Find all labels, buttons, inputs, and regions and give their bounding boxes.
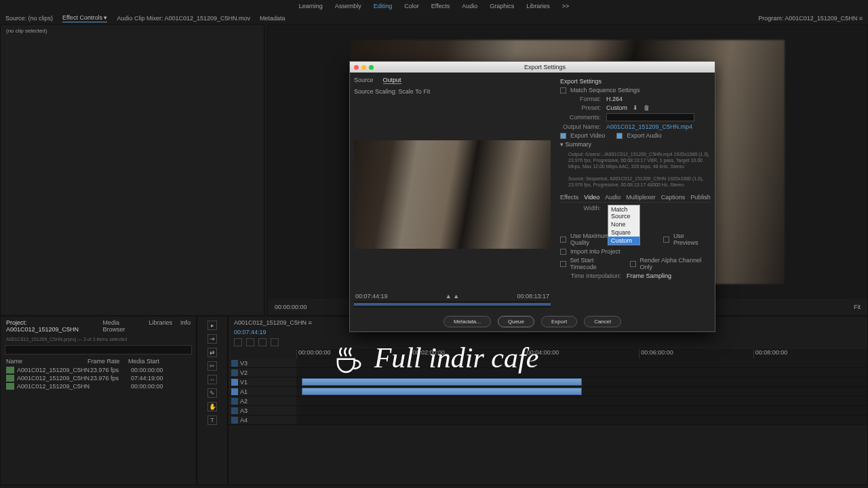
workspace-menu: Learning Assembly Editing Color Effects … — [0, 0, 868, 12]
ws-effects[interactable]: Effects — [431, 3, 450, 9]
media-browser-tab[interactable]: Media Browser — [102, 319, 140, 333]
max-quality-checkbox[interactable] — [560, 237, 566, 243]
track-v3[interactable]: V3 — [229, 359, 296, 368]
summary-source: Source: Sequence, A001C012_151209_C5HN 1… — [560, 174, 711, 190]
match-sequence-checkbox[interactable] — [560, 87, 566, 94]
track-a1[interactable]: A1 — [229, 387, 296, 396]
subtab-audio[interactable]: Audio — [605, 194, 620, 201]
subtab-mux[interactable]: Multiplexer — [626, 194, 656, 201]
col-mediastart[interactable]: Media Start — [128, 358, 169, 365]
track-a4[interactable]: A4 — [229, 415, 296, 425]
output-name-link[interactable]: A001C012_151209_C5HN.mp4 — [606, 123, 692, 130]
razor-tool[interactable]: ✂ — [208, 361, 217, 371]
ws-graphics[interactable]: Graphics — [490, 3, 514, 9]
ws-overflow[interactable]: >> — [562, 3, 570, 9]
project-tab[interactable]: Project: A001C012_151209_C5HN — [6, 319, 94, 333]
ws-assembly[interactable]: Assembly — [335, 3, 361, 9]
tab-metadata[interactable]: Metadata — [260, 15, 285, 22]
summary-output: Output: /Users/.../A001C012_151209_C5HN.… — [560, 150, 711, 172]
export-tc-out[interactable]: 00:08:13:17 — [517, 293, 549, 300]
libraries-tab[interactable]: Libraries — [149, 319, 172, 333]
scaling-dropdown[interactable]: Scale To Fit — [398, 88, 430, 95]
pixel-aspect-dropdown-menu: Match Source None Square Custom — [608, 205, 640, 245]
dialog-titlebar[interactable]: Export Settings — [350, 62, 715, 73]
effect-controls-empty: (no clip selected) — [1, 25, 264, 37]
col-framerate[interactable]: Frame Rate — [87, 358, 128, 365]
track-select-tool[interactable]: ⇥ — [208, 334, 217, 344]
opt-square[interactable]: Square — [608, 228, 639, 237]
opt-custom[interactable]: Custom — [608, 237, 639, 245]
track-a3[interactable]: A3 — [229, 406, 296, 415]
track-v2[interactable]: V2 — [229, 368, 296, 378]
tab-audio-mixer[interactable]: Audio Clip Mixer: A001C012_151209_C5HN.m… — [117, 15, 250, 22]
marker-icon[interactable] — [258, 338, 267, 346]
zoom-icon[interactable] — [369, 65, 374, 70]
track-a2[interactable]: A2 — [229, 396, 296, 406]
audio-clip[interactable] — [302, 388, 582, 395]
ws-learning[interactable]: Learning — [299, 3, 323, 9]
export-tc-in[interactable]: 00:07:44:19 — [355, 293, 388, 300]
metadata-button[interactable]: Metadata... — [443, 316, 491, 327]
ws-color[interactable]: Color — [404, 3, 419, 9]
tab-effect-controls[interactable]: Effect Controls ▾ — [62, 14, 107, 22]
linked-sel-icon[interactable] — [246, 338, 254, 346]
use-previews-checkbox[interactable] — [663, 237, 669, 243]
queue-button[interactable]: Queue — [498, 316, 534, 327]
export-button[interactable]: Export — [541, 316, 577, 327]
subtab-video[interactable]: Video — [584, 194, 599, 201]
format-dropdown[interactable]: H.264 — [606, 96, 623, 102]
import-project-checkbox[interactable] — [560, 249, 566, 255]
track-headers: V3 V2 V1 A1 A2 A3 A4 — [229, 359, 296, 485]
video-clip[interactable] — [302, 378, 582, 386]
export-tab-output[interactable]: Output — [383, 77, 401, 84]
opt-match[interactable]: Match Source — [608, 205, 639, 220]
preset-dropdown[interactable]: Custom — [606, 104, 627, 111]
info-tab[interactable]: Info — [180, 319, 191, 333]
subtab-publish[interactable]: Publish — [690, 194, 711, 201]
delete-preset-icon[interactable]: 🗑 — [644, 104, 650, 111]
sequence-tab[interactable]: A001C012_151209_C5HN ≡ — [234, 319, 312, 326]
subtab-captions[interactable]: Captions — [661, 194, 686, 201]
export-scrubber[interactable] — [354, 301, 551, 308]
toolbar: ▸ ⇥ ⇄ ✂ ↔ ✎ ✋ T — [197, 316, 228, 485]
export-tab-source[interactable]: Source — [354, 77, 374, 84]
hand-tool[interactable]: ✋ — [208, 402, 217, 411]
track-v1[interactable]: V1 — [229, 378, 296, 387]
subtab-effects[interactable]: Effects — [560, 194, 578, 201]
comments-field[interactable] — [606, 113, 694, 121]
type-tool[interactable]: T — [208, 415, 217, 425]
ws-audio[interactable]: Audio — [462, 3, 477, 9]
time-ruler[interactable]: 00:00:00:00 00:02:00:00 00:04:00:00 00:0… — [296, 349, 867, 359]
project-search[interactable] — [5, 345, 192, 354]
opt-none[interactable]: None — [608, 220, 639, 228]
program-tc-left: 00:00:00:00 — [275, 304, 307, 310]
bin-row[interactable]: A001C012_151209_C5HN.mov23.976 fps07:44:… — [1, 374, 196, 382]
track-lanes[interactable] — [296, 359, 867, 485]
summary-toggle[interactable]: ▾ Summary — [560, 141, 711, 148]
program-fit[interactable]: Fit — [854, 304, 861, 310]
start-tc-checkbox[interactable] — [560, 261, 566, 267]
selection-tool[interactable]: ▸ — [208, 321, 217, 330]
save-preset-icon[interactable]: ⬇ — [633, 104, 638, 111]
export-video-checkbox[interactable] — [560, 133, 566, 139]
col-name[interactable]: Name — [6, 358, 87, 365]
slip-tool[interactable]: ↔ — [208, 375, 217, 384]
ws-editing[interactable]: Editing — [374, 3, 393, 9]
ws-libraries[interactable]: Libraries — [526, 3, 550, 9]
snap-icon[interactable] — [234, 338, 242, 346]
ripple-tool[interactable]: ⇄ — [208, 348, 217, 357]
minimize-icon[interactable] — [361, 65, 366, 70]
cancel-button[interactable]: Cancel — [584, 316, 621, 327]
pen-tool[interactable]: ✎ — [208, 388, 217, 398]
bin-row[interactable]: A001C012_151209_C5HN.wav00:00:00:00 — [1, 382, 196, 390]
interp-dropdown[interactable]: Frame Sampling — [627, 272, 671, 279]
close-icon[interactable] — [354, 65, 359, 70]
tab-source[interactable]: Source: (no clips) — [5, 15, 53, 22]
effect-controls-panel: (no clip selected) — [0, 24, 264, 316]
tab-program-title[interactable]: Program: A001C012_151209_C5HN ≡ — [758, 15, 863, 22]
settings-icon[interactable] — [271, 338, 279, 346]
alpha-only-checkbox[interactable] — [630, 261, 636, 267]
bin-row[interactable]: A001C012_151209_C5HN23.976 fps00:00:00:0… — [1, 366, 196, 374]
dialog-button-row: Metadata... Queue Export Cancel — [350, 312, 715, 331]
export-audio-checkbox[interactable] — [616, 133, 623, 139]
